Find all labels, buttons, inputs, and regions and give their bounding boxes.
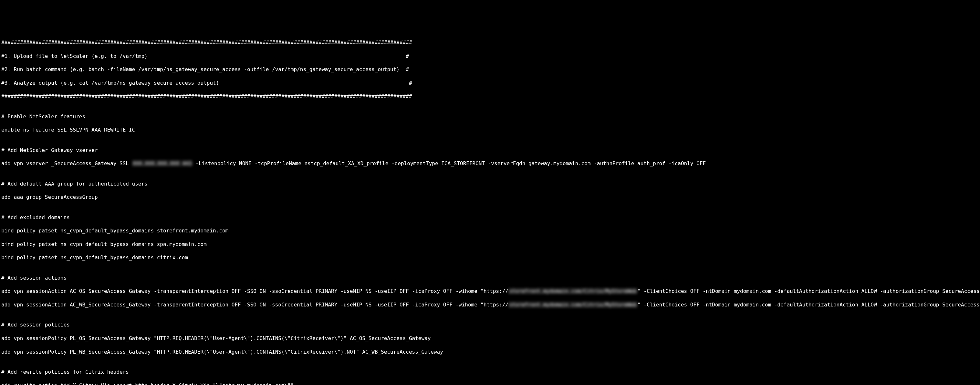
header-step-3: #3. Analyze output (e.g. cat /var/tmp/ns… xyxy=(1,80,979,86)
comment-excluded-domains: # Add excluded domains xyxy=(1,214,979,221)
cmd-session-policy-wb: add vpn sessionPolicy PL_WB_SecureAccess… xyxy=(1,349,979,356)
cmd-rewrite-action-via: add rewrite action Add_X-Citrix-Via inse… xyxy=(1,382,979,385)
cmd-part: " -ClientChoices OFF -ntDomain mydomain.… xyxy=(637,302,980,308)
cmd-part: add vpn vserver _SecureAccess_Gateway SS… xyxy=(1,160,132,166)
comment-enable-features: # Enable NetScaler features xyxy=(1,113,979,120)
cmd-part: add vpn sessionAction AC_OS_SecureAccess… xyxy=(1,288,508,294)
header-border: ########################################… xyxy=(1,40,979,46)
cmd-part: -Listenpolicy NONE -tcpProfileName nstcp… xyxy=(192,160,706,166)
cmd-bind-bypass-citrix: bind policy patset ns_cvpn_default_bypas… xyxy=(1,254,979,261)
cmd-part: " -ClientChoices OFF -ntDomain mydomain.… xyxy=(637,288,980,294)
comment-session-actions: # Add session actions xyxy=(1,275,979,281)
header-step-2: #2. Run batch command (e.g. batch -fileN… xyxy=(1,66,979,73)
redacted-url: storefront.mydomain.com/Citrix/MyStoreWe… xyxy=(508,288,637,294)
redacted-ip: XXX.XXX.XXX.XXX 443 xyxy=(132,160,192,166)
header-step-1: #1. Upload file to NetScaler (e.g. to /v… xyxy=(1,53,979,60)
cmd-add-vpn-vserver: add vpn vserver _SecureAccess_Gateway SS… xyxy=(1,160,979,167)
redacted-url: storefront.mydomain.com/Citrix/MyStoreWe… xyxy=(508,302,637,308)
header-border: ########################################… xyxy=(1,93,979,100)
cmd-session-action-wb: add vpn sessionAction AC_WB_SecureAccess… xyxy=(1,302,979,308)
cmd-session-policy-os: add vpn sessionPolicy PL_OS_SecureAccess… xyxy=(1,335,979,342)
comment-rewrite-policies: # Add rewrite policies for Citrix header… xyxy=(1,369,979,375)
comment-session-policies: # Add session policies xyxy=(1,322,979,328)
cmd-enable-ns-feature: enable ns feature SSL SSLVPN AAA REWRITE… xyxy=(1,127,979,134)
cmd-bind-bypass-storefront: bind policy patset ns_cvpn_default_bypas… xyxy=(1,228,979,234)
cmd-bind-bypass-spa: bind policy patset ns_cvpn_default_bypas… xyxy=(1,241,979,248)
cmd-add-aaa-group: add aaa group SecureAccessGroup xyxy=(1,194,979,201)
comment-add-aaa-group: # Add default AAA group for authenticate… xyxy=(1,181,979,187)
cmd-part: add vpn sessionAction AC_WB_SecureAccess… xyxy=(1,302,508,308)
comment-add-vserver: # Add NetScaler Gateway vserver xyxy=(1,147,979,154)
terminal-output: ########################################… xyxy=(0,39,980,385)
cmd-session-action-os: add vpn sessionAction AC_OS_SecureAccess… xyxy=(1,288,979,295)
